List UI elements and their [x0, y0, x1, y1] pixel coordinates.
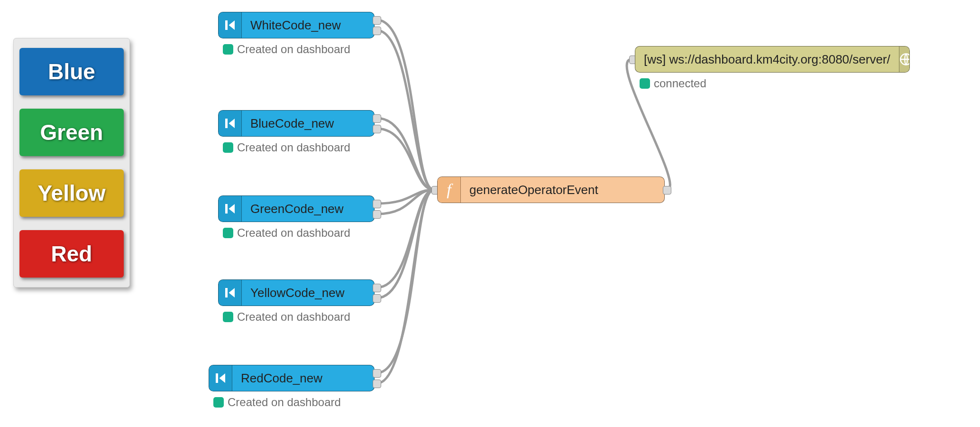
inject-node-white[interactable]: WhiteCode_new	[218, 12, 375, 38]
status-dot-icon	[223, 312, 233, 322]
node-output-port[interactable]	[373, 380, 381, 388]
node-status: Created on dashboard	[223, 310, 350, 324]
flow-canvas[interactable]: Blue Green Yellow Red WhiteCode_new Crea…	[0, 0, 980, 427]
blue-button[interactable]: Blue	[19, 48, 124, 95]
node-output-port[interactable]	[663, 186, 671, 195]
node-output-port[interactable]	[373, 200, 381, 208]
status-dot-icon	[223, 44, 233, 55]
status-dot-icon	[640, 78, 650, 89]
inject-node-label: RedCode_new	[232, 371, 331, 386]
inject-node-green[interactable]: GreenCode_new	[218, 195, 375, 222]
node-status: connected	[640, 77, 706, 90]
node-status-text: Created on dashboard	[237, 310, 350, 324]
node-output-port[interactable]	[373, 210, 381, 219]
node-output-port[interactable]	[373, 125, 381, 133]
status-dot-icon	[223, 228, 233, 238]
node-output-port[interactable]	[373, 369, 381, 378]
node-status-text: Created on dashboard	[228, 396, 341, 409]
yellow-button[interactable]: Yellow	[19, 169, 124, 217]
node-output-port[interactable]	[373, 284, 381, 292]
inject-node-blue[interactable]: BlueCode_new	[218, 110, 375, 137]
inject-arrow-icon	[219, 111, 242, 136]
inject-arrow-icon	[219, 280, 242, 306]
node-status-text: connected	[654, 77, 706, 90]
inject-node-label: GreenCode_new	[242, 202, 352, 216]
websocket-node-label: [ws] ws://dashboard.km4city.org:8080/ser…	[635, 52, 899, 67]
inject-arrow-icon	[219, 196, 242, 222]
function-node-label: generateOperatorEvent	[461, 183, 607, 197]
color-button-panel: Blue Green Yellow Red	[13, 38, 130, 288]
node-output-port[interactable]	[373, 27, 381, 35]
green-button[interactable]: Green	[19, 109, 124, 156]
node-status: Created on dashboard	[223, 226, 350, 240]
inject-node-red[interactable]: RedCode_new	[209, 365, 375, 391]
inject-node-label: YellowCode_new	[242, 286, 353, 300]
red-button[interactable]: Red	[19, 230, 124, 278]
function-node[interactable]: f generateOperatorEvent	[437, 176, 665, 203]
status-dot-icon	[223, 142, 233, 153]
globe-icon	[899, 46, 910, 72]
inject-node-label: BlueCode_new	[242, 116, 342, 131]
node-status: Created on dashboard	[213, 396, 341, 409]
node-status: Created on dashboard	[223, 141, 350, 154]
node-status-text: Created on dashboard	[237, 226, 350, 240]
function-fx-icon: f	[438, 177, 461, 203]
node-status-text: Created on dashboard	[237, 141, 350, 154]
node-output-port[interactable]	[373, 16, 381, 25]
node-status: Created on dashboard	[223, 43, 350, 56]
websocket-node[interactable]: [ws] ws://dashboard.km4city.org:8080/ser…	[635, 46, 910, 73]
node-output-port[interactable]	[373, 114, 381, 123]
node-output-port[interactable]	[373, 294, 381, 303]
inject-arrow-icon	[219, 12, 242, 38]
inject-arrow-icon	[209, 365, 232, 391]
inject-node-label: WhiteCode_new	[242, 18, 349, 33]
status-dot-icon	[213, 397, 224, 408]
inject-node-yellow[interactable]: YellowCode_new	[218, 279, 375, 306]
node-status-text: Created on dashboard	[237, 43, 350, 56]
